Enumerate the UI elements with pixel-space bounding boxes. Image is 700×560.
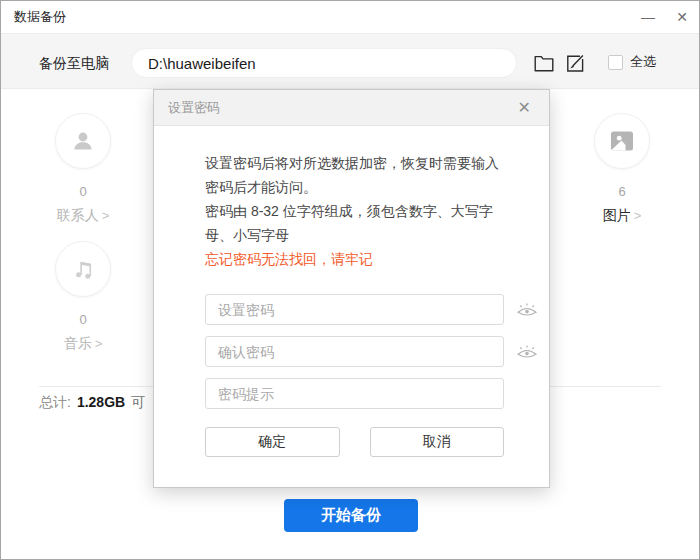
chevron-right-icon: >	[102, 208, 110, 223]
start-backup-button[interactable]: 开始备份	[284, 499, 418, 532]
app-window: 数据备份 — ✕ 备份至电脑 全选	[0, 0, 700, 560]
show-password-eye-icon[interactable]	[514, 300, 540, 320]
music-count: 0	[38, 312, 128, 327]
pictures-count: 6	[577, 184, 667, 199]
titlebar: 数据备份 — ✕	[1, 1, 699, 33]
music-label[interactable]: 音乐>	[38, 335, 128, 353]
contacts-icon	[55, 113, 111, 169]
select-all-label: 全选	[630, 53, 656, 71]
password-hint-input[interactable]	[205, 378, 504, 409]
edit-path-icon[interactable]	[564, 53, 586, 73]
close-icon[interactable]: ✕	[665, 1, 699, 33]
show-confirm-password-eye-icon[interactable]	[514, 342, 540, 362]
password-description-line1: 设置密码后将对所选数据加密，恢复时需要输入密码后才能访问。	[205, 151, 507, 199]
password-field-row	[205, 294, 504, 325]
dialog-header: 设置密码 ✕	[154, 90, 549, 126]
confirm-password-field-row	[205, 336, 504, 367]
minimize-icon[interactable]: —	[631, 1, 665, 33]
window-controls: — ✕	[631, 1, 699, 33]
select-all-control[interactable]: 全选	[608, 53, 656, 71]
category-pictures[interactable]: 6 图片>	[577, 113, 667, 225]
category-contacts[interactable]: 0 联系人>	[38, 113, 128, 225]
total-label: 总计:	[39, 394, 71, 410]
password-warning-text: 忘记密码无法找回，请牢记	[205, 247, 504, 271]
password-fields: 确定 取消	[205, 294, 504, 457]
backup-destination-label: 备份至电脑	[39, 55, 109, 73]
pictures-label[interactable]: 图片>	[577, 207, 667, 225]
confirm-password-input[interactable]	[205, 336, 504, 367]
window-title: 数据备份	[14, 8, 66, 26]
ok-button[interactable]: 确定	[205, 427, 340, 457]
summary-truncated-text: 可	[131, 394, 145, 410]
set-password-dialog: 设置密码 ✕ 设置密码后将对所选数据加密，恢复时需要输入密码后才能访问。 密码由…	[153, 89, 550, 488]
password-description-line2: 密码由 8-32 位字符组成，须包含数字、大写字母、小写字母	[205, 199, 507, 247]
chevron-right-icon: >	[634, 208, 642, 223]
password-hint-field-row	[205, 378, 504, 409]
dialog-close-icon[interactable]: ✕	[514, 98, 535, 118]
contacts-label[interactable]: 联系人>	[38, 207, 128, 225]
backup-toolbar: 备份至电脑 全选	[1, 33, 699, 89]
total-value: 1.28GB	[77, 394, 125, 410]
dialog-body: 设置密码后将对所选数据加密，恢复时需要输入密码后才能访问。 密码由 8-32 位…	[154, 126, 549, 457]
select-all-checkbox[interactable]	[608, 55, 623, 70]
dialog-title: 设置密码	[168, 99, 220, 117]
music-icon	[55, 241, 111, 297]
set-password-input[interactable]	[205, 294, 504, 325]
cancel-button[interactable]: 取消	[370, 427, 505, 457]
backup-summary: 总计:1.28GB可	[39, 394, 145, 412]
pictures-icon	[594, 113, 650, 169]
open-folder-icon[interactable]	[533, 53, 555, 73]
backup-path-input[interactable]	[131, 48, 517, 78]
contacts-count: 0	[38, 184, 128, 199]
category-music[interactable]: 0 音乐>	[38, 241, 128, 353]
dialog-buttons: 确定 取消	[205, 427, 504, 457]
chevron-right-icon: >	[95, 336, 103, 351]
